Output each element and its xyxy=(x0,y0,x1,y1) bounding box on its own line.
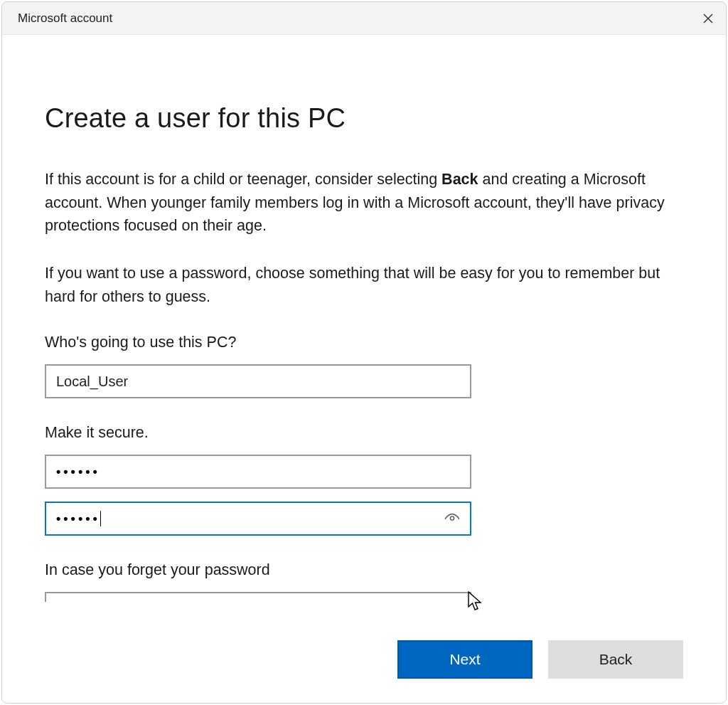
back-button[interactable]: Back xyxy=(548,640,683,679)
password-input[interactable]: •••••• xyxy=(45,455,471,489)
next-button[interactable]: Next xyxy=(397,640,532,679)
password-hint-input[interactable] xyxy=(45,592,471,602)
username-input[interactable]: Local_User xyxy=(45,364,471,398)
text-caret xyxy=(100,511,101,526)
close-icon xyxy=(703,14,713,23)
eye-icon xyxy=(444,512,460,524)
reveal-password-button[interactable] xyxy=(444,511,460,527)
dialog-window: Microsoft account Create a user for this… xyxy=(1,1,727,704)
username-label: Who's going to use this PC? xyxy=(45,334,683,351)
secure-label: Make it secure. xyxy=(45,424,683,442)
password-advice-text: If you want to use a password, choose so… xyxy=(45,262,683,308)
confirm-password-input[interactable]: •••••• xyxy=(45,502,471,536)
footer-buttons: Next Back xyxy=(397,640,683,679)
svg-point-2 xyxy=(450,516,454,520)
page-title: Create a user for this PC xyxy=(45,103,683,134)
window-title: Microsoft account xyxy=(18,11,112,26)
password-value: •••••• xyxy=(56,465,100,479)
confirm-password-value: •••••• xyxy=(56,511,100,526)
titlebar: Microsoft account xyxy=(2,2,726,35)
password-hint-label: In case you forget your password xyxy=(45,561,683,579)
intro-text: If this account is for a child or teenag… xyxy=(45,168,683,238)
close-button[interactable] xyxy=(690,2,726,35)
content-area: Create a user for this PC If this accoun… xyxy=(2,35,726,703)
username-value: Local_User xyxy=(56,373,128,390)
